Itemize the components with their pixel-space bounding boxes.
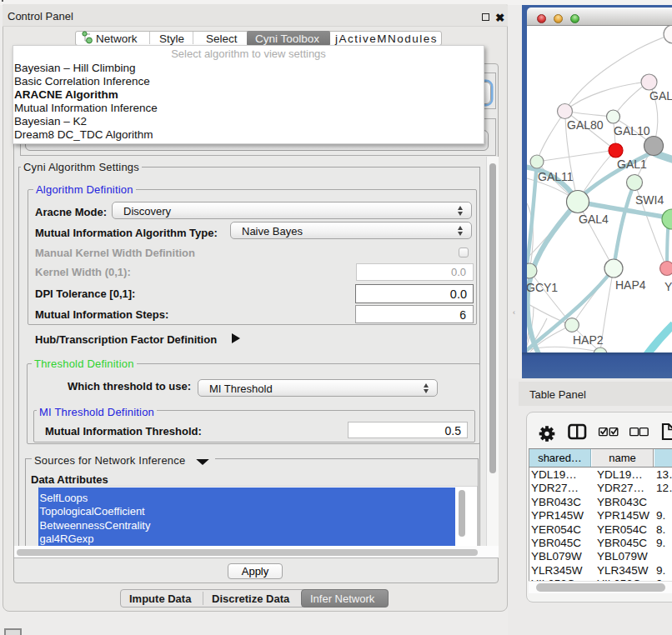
- svg-text:SWI4: SWI4: [635, 193, 664, 207]
- svg-text:GAL80: GAL80: [567, 118, 604, 132]
- svg-text:GAL11: GAL11: [538, 170, 574, 183]
- svg-text:GAL2: GAL2: [649, 89, 672, 102]
- svg-text:GAL1: GAL1: [617, 158, 647, 171]
- svg-text:GCY1: GCY1: [527, 281, 558, 294]
- svg-text:GAL10: GAL10: [614, 124, 650, 138]
- svg-text:GAL4: GAL4: [579, 212, 609, 226]
- svg-text:Y: Y: [664, 280, 672, 293]
- svg-text:HAP4: HAP4: [615, 278, 646, 292]
- svg-text:HAP2: HAP2: [573, 333, 604, 347]
